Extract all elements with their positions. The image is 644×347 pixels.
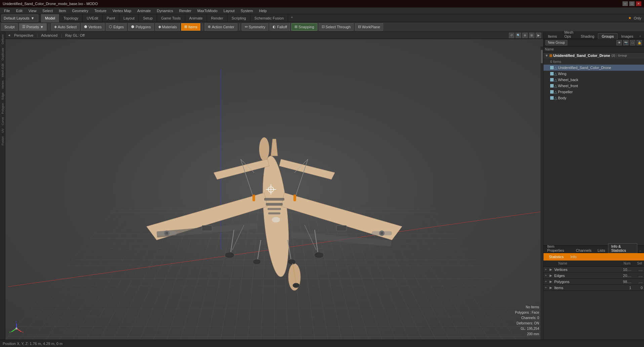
falloff-button[interactable]: ◐ Falloff	[270, 23, 290, 31]
stats-tab-statistics[interactable]: Statistics	[546, 254, 566, 259]
vertices-button[interactable]: ⬟ Vertices	[81, 23, 105, 31]
menu-file[interactable]: File	[1, 8, 13, 13]
viewport-fit-btn[interactable]: ⊕	[522, 33, 528, 38]
tree-item-propeller[interactable]: ✓ △ Propeller	[544, 89, 644, 95]
close-button[interactable]: ✕	[636, 1, 641, 6]
materials-button[interactable]: ◆ Materials	[155, 23, 180, 31]
group-camera-btn[interactable]: 📷	[623, 40, 629, 45]
tab-groups[interactable]: Groups	[598, 33, 617, 39]
tab-schematic[interactable]: Schematic Fusion	[250, 14, 288, 22]
menu-help[interactable]: Help	[256, 8, 270, 13]
polygons-button[interactable]: ⬢ Polygons	[128, 23, 154, 31]
new-group-button[interactable]: New Group	[546, 40, 567, 45]
bottom-tab-lists[interactable]: Lists	[595, 247, 608, 253]
tab-render[interactable]: Render	[207, 14, 228, 22]
tree-item-root[interactable]: ▼ ⊞ Unidentified_Sand_Color_Drone (2) : …	[544, 53, 644, 59]
tab-meshops[interactable]: Mesh Ops	[561, 29, 577, 39]
tree-checkbox-wing[interactable]: ✓	[550, 72, 554, 75]
tree-checkbox-drone[interactable]: ✓	[550, 66, 554, 69]
viewport-zoom-btn[interactable]: 🔍	[516, 33, 521, 38]
tool-uv[interactable]: UV	[0, 127, 5, 134]
menu-animate[interactable]: Animate	[134, 8, 153, 13]
menu-layout[interactable]: Layout	[221, 8, 237, 13]
tab-animate[interactable]: Animate	[185, 14, 207, 22]
tab-setup[interactable]: Setup	[139, 14, 157, 22]
menu-edit[interactable]: Edit	[13, 8, 25, 13]
panel-add-tab[interactable]: +	[637, 33, 643, 39]
layout-dropdown[interactable]: Default Layouts ▼	[1, 14, 38, 22]
stats-row-items[interactable]: + ▶ Items 1 0	[544, 285, 644, 291]
tree-item-body[interactable]: ✓ △ Body	[544, 95, 644, 101]
presets-button[interactable]: ☰ Presets ▼	[19, 23, 47, 31]
auto-select-button[interactable]: ◈ Auto Select	[51, 23, 80, 31]
bottom-tab-properties[interactable]: Item Properties	[544, 243, 573, 253]
viewport-raygl[interactable]: Ray GL: Off	[64, 33, 86, 38]
action-center-button[interactable]: ⊕ Action Center	[205, 23, 237, 31]
tab-shading[interactable]: Shading	[577, 33, 598, 39]
tool-meshedit[interactable]: Mesh Edit	[0, 62, 5, 78]
tab-topology[interactable]: Topology	[59, 14, 83, 22]
menu-texture[interactable]: Texture	[92, 8, 109, 13]
menu-view[interactable]: View	[26, 8, 39, 13]
symmetry-button[interactable]: ⇔ Symmetry	[242, 23, 269, 31]
menu-geometry[interactable]: Geometry	[69, 8, 91, 13]
tool-curve[interactable]: Curve	[0, 116, 5, 127]
tab-model[interactable]: Model	[41, 14, 59, 22]
tool-edge[interactable]: Edge	[0, 91, 5, 101]
tree-checkbox-wheel-front[interactable]: ✓	[550, 84, 554, 88]
tool-duplicate[interactable]: Duplicate	[0, 46, 5, 62]
menu-maxtomodo[interactable]: MaxToModo	[195, 8, 220, 13]
add-tab-button[interactable]: +	[288, 14, 295, 22]
menu-vertexmap[interactable]: Vertex Map	[110, 8, 134, 13]
tab-layout[interactable]: Layout	[119, 14, 139, 22]
group-square-btn[interactable]: □	[630, 40, 635, 45]
stats-row-edges[interactable]: + ▶ Edges 20.... ....	[544, 273, 644, 279]
tree-item-wheel-back[interactable]: ✓ △ Wheel_back	[544, 77, 644, 83]
bottom-tab-info[interactable]: Info & Statistics	[608, 243, 637, 253]
minimize-button[interactable]: ─	[622, 1, 628, 6]
menu-dynamics[interactable]: Dynamics	[154, 8, 176, 13]
viewport-reset-btn[interactable]: ↺	[509, 33, 514, 38]
tree-item-drone[interactable]: ✓ △ Unidentified_Sand_Color_Drone	[544, 65, 644, 71]
tab-uvedit[interactable]: UVEdit	[83, 14, 103, 22]
tab-items[interactable]: Items	[544, 33, 561, 39]
tool-fusion[interactable]: Fusion	[0, 135, 5, 147]
tool-polygon[interactable]: Polygon	[0, 102, 5, 115]
tree-checkbox-wheel-back[interactable]: ✓	[550, 78, 554, 81]
viewport-canvas[interactable]: No Items Polygons : Face Channels: 0 Def…	[5, 39, 543, 340]
bottom-tab-channels[interactable]: Channels	[573, 247, 594, 253]
tab-images[interactable]: Images	[617, 33, 637, 39]
stats-row-polygons[interactable]: + ▶ Polygons 98.... ....	[544, 279, 644, 285]
viewport-back-arrow[interactable]: ◄	[7, 33, 11, 37]
sculpt-button[interactable]: Sculpt	[1, 23, 18, 31]
tab-scripting[interactable]: Scripting	[228, 14, 250, 22]
menu-select[interactable]: Select	[40, 8, 55, 13]
tree-item-wheel-front[interactable]: ✓ △ Wheel_front	[544, 83, 644, 89]
tree-checkbox-propeller[interactable]: ✓	[550, 90, 554, 94]
viewport-scrollbar[interactable]	[540, 46, 543, 340]
menu-render[interactable]: Render	[176, 8, 194, 13]
items-button[interactable]: ⊞ Items	[181, 23, 200, 31]
viewport-perspective[interactable]: Perspective	[13, 33, 35, 38]
group-eye-btn[interactable]: 👁	[616, 40, 622, 45]
snapping-button[interactable]: ⊞ Snapping	[291, 23, 317, 31]
menu-item[interactable]: Item	[56, 8, 69, 13]
select-through-button[interactable]: ⊡ Select Through	[319, 23, 354, 31]
edges-button[interactable]: ⬡ Edges	[106, 23, 127, 31]
stats-tab-info[interactable]: Info	[568, 254, 579, 259]
workplane-button[interactable]: ⊟ WorkPlane	[355, 23, 383, 31]
tool-vertex[interactable]: Vertex	[0, 79, 5, 91]
viewport-advanced[interactable]: Advanced	[40, 33, 59, 38]
bottom-collapse-btn[interactable]: «	[637, 249, 643, 253]
stats-row-vertices[interactable]: + ▶ Vertices 10.... ....	[544, 267, 644, 273]
menu-system[interactable]: System	[238, 8, 256, 13]
tool-deform[interactable]: Deform	[0, 33, 5, 46]
tab-gametools[interactable]: Game Tools	[157, 14, 185, 22]
tree-checkbox-body[interactable]: ✓	[550, 96, 554, 100]
viewport-play-btn[interactable]: ▶	[536, 33, 541, 38]
group-lock-btn[interactable]: 🔒	[637, 40, 642, 45]
tab-paint[interactable]: Paint	[103, 14, 119, 22]
viewport-grid-btn[interactable]: ⊞	[529, 33, 534, 38]
tree-item-wing[interactable]: ✓ △ Wing	[544, 71, 644, 77]
maximize-button[interactable]: □	[629, 1, 635, 6]
